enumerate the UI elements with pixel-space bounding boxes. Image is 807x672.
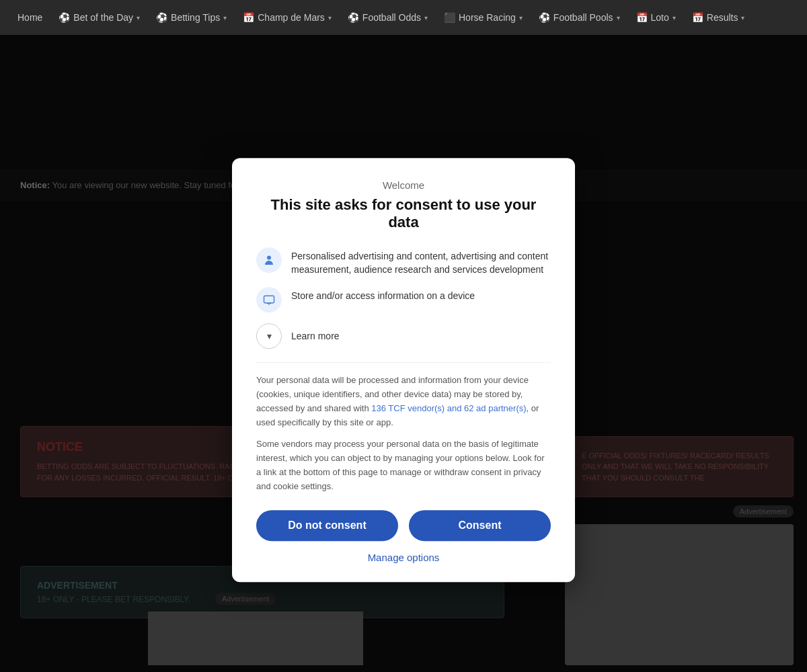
consent-button[interactable]: Consent: [409, 510, 551, 541]
consent-modal: Welcome This site asks for consent to us…: [232, 158, 575, 582]
chevron-down-icon[interactable]: ▾: [256, 323, 282, 349]
bet-of-the-day-icon: ⚽: [59, 12, 70, 23]
privacy-text-2: Some vendors may process your personal d…: [256, 438, 551, 494]
champ-de-mars-icon: 📅: [243, 12, 254, 23]
nav-results-label: Results: [707, 12, 738, 23]
nav-champ-de-mars-label: Champ de Mars: [258, 12, 325, 23]
svg-rect-2: [267, 303, 271, 304]
football-pools-icon: ⚽: [539, 12, 550, 23]
betting-tips-chevron: ▾: [223, 14, 227, 22]
loto-icon: 📅: [636, 12, 648, 23]
privacy-text-1: Your personal data will be processed and…: [256, 374, 551, 429]
football-pools-chevron: ▾: [617, 14, 620, 22]
person-icon: [256, 247, 282, 273]
nav-home-label: Home: [17, 12, 42, 23]
results-chevron: ▾: [741, 14, 744, 22]
privacy-link[interactable]: 136 TCF vendor(s) and 62 ad partner(s): [371, 403, 526, 413]
horse-racing-chevron: ▾: [519, 14, 523, 22]
bet-of-the-day-chevron: ▾: [137, 14, 140, 22]
nav-horse-racing-label: Horse Racing: [459, 12, 516, 23]
nav-champ-de-mars[interactable]: 📅 Champ de Mars ▾: [236, 8, 338, 27]
nav-football-odds-label: Football Odds: [362, 12, 421, 23]
nav-football-pools-label: Football Pools: [553, 12, 613, 23]
results-icon: 📅: [692, 12, 703, 23]
nav-betting-tips[interactable]: ⚽ Betting Tips ▾: [149, 8, 233, 27]
svg-rect-1: [264, 296, 274, 303]
nav-horse-racing[interactable]: ⬛ Horse Racing ▾: [437, 8, 529, 27]
betting-tips-icon: ⚽: [156, 12, 167, 23]
nav-football-pools[interactable]: ⚽ Football Pools ▾: [532, 8, 627, 27]
loto-chevron: ▾: [672, 14, 676, 22]
nav-loto[interactable]: 📅 Loto ▾: [629, 8, 683, 27]
nav-home[interactable]: Home: [11, 8, 49, 27]
svg-point-0: [267, 255, 271, 259]
divider: [256, 362, 551, 363]
button-row: Do not consent Consent: [256, 510, 551, 541]
navbar: Home ⚽ Bet of the Day ▾ ⚽ Betting Tips ▾…: [0, 0, 807, 35]
consent-item-personalised: Personalised advertising and content, ad…: [256, 247, 551, 276]
consent-store-text: Store and/or access information on a dev…: [291, 287, 475, 303]
nav-bet-of-the-day[interactable]: ⚽ Bet of the Day ▾: [52, 8, 147, 27]
modal-welcome: Welcome: [256, 179, 551, 191]
nav-loto-label: Loto: [651, 12, 669, 23]
learn-more-label[interactable]: Learn more: [291, 331, 340, 341]
horse-racing-icon: ⬛: [444, 12, 455, 23]
manage-options-link[interactable]: Manage options: [256, 552, 551, 563]
football-odds-chevron: ▾: [424, 14, 428, 22]
nav-results[interactable]: 📅 Results ▾: [685, 8, 752, 27]
learn-more-item[interactable]: ▾ Learn more: [256, 323, 551, 349]
consent-item-store: Store and/or access information on a dev…: [256, 287, 551, 312]
nav-bet-of-the-day-label: Bet of the Day: [73, 12, 133, 23]
champ-de-mars-chevron: ▾: [328, 14, 332, 22]
modal-title: This site asks for consent to use your d…: [256, 196, 551, 231]
device-icon: [256, 287, 282, 312]
football-odds-icon: ⚽: [348, 12, 359, 23]
nav-betting-tips-label: Betting Tips: [171, 12, 220, 23]
do-not-consent-button[interactable]: Do not consent: [256, 510, 398, 541]
nav-football-odds[interactable]: ⚽ Football Odds ▾: [341, 8, 434, 27]
consent-personalised-text: Personalised advertising and content, ad…: [291, 247, 551, 276]
